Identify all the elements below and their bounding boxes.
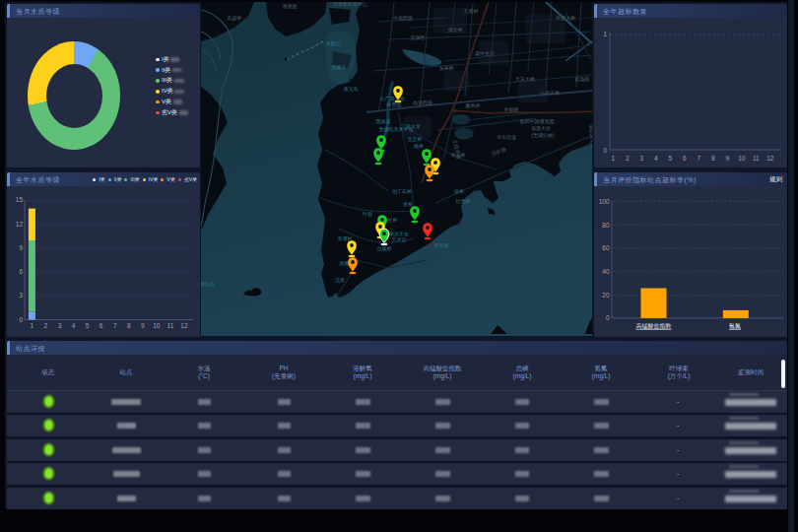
svg-text:2: 2 <box>626 155 630 162</box>
svg-text:20: 20 <box>602 292 610 299</box>
svg-text:渔父岛: 渔父岛 <box>201 281 215 288</box>
svg-text:石皮桥: 石皮桥 <box>228 15 242 22</box>
svg-text:西施庄: 西施庄 <box>332 64 347 71</box>
svg-text:6: 6 <box>683 155 687 162</box>
svg-text:11: 11 <box>753 155 760 162</box>
svg-text:吴都路: 吴都路 <box>504 106 519 113</box>
svg-text:高浪西路: 高浪西路 <box>413 100 432 106</box>
svg-text:100: 100 <box>599 198 610 205</box>
svg-text:3: 3 <box>639 155 643 162</box>
svg-text:沈家: 沈家 <box>335 277 345 284</box>
svg-text:东绛桥: 东绛桥 <box>439 65 454 71</box>
svg-text:2: 2 <box>44 322 48 329</box>
svg-text:4: 4 <box>654 155 658 162</box>
svg-text:古杨桥: 古杨桥 <box>377 245 392 252</box>
svg-text:中南西路: 中南西路 <box>393 15 413 22</box>
svg-text:青桥: 青桥 <box>403 201 413 207</box>
svg-text:12: 12 <box>180 322 188 329</box>
svg-text:15: 15 <box>16 196 24 203</box>
svg-text:80: 80 <box>602 222 610 229</box>
svg-text:北定桥: 北定桥 <box>408 136 423 143</box>
svg-text:氨氮: 氨氮 <box>729 322 741 329</box>
svg-text:5: 5 <box>668 155 672 162</box>
svg-text:10: 10 <box>153 322 161 329</box>
svg-text:8: 8 <box>127 322 131 329</box>
svg-text:1: 1 <box>611 155 615 162</box>
svg-text:0: 0 <box>19 316 23 323</box>
svg-text:无锡程及美术馆: 无锡程及美术馆 <box>379 126 414 133</box>
svg-text:华清大桥: 华清大桥 <box>556 15 575 22</box>
svg-text:1: 1 <box>603 31 607 37</box>
svg-text:7: 7 <box>697 155 700 162</box>
svg-text:高锰酸盐指数: 高锰酸盐指数 <box>636 322 672 330</box>
svg-text:6: 6 <box>100 322 103 329</box>
svg-text:园润居: 园润居 <box>376 118 391 125</box>
svg-text:0: 0 <box>606 314 610 321</box>
svg-text:3: 3 <box>19 292 23 299</box>
svg-text:11: 11 <box>167 322 174 329</box>
svg-text:华庄街道: 华庄街道 <box>497 134 516 141</box>
svg-text:9: 9 <box>141 322 145 329</box>
svg-text:清名桥: 清名桥 <box>448 27 463 33</box>
svg-text:40: 40 <box>602 268 610 275</box>
svg-text:0: 0 <box>603 147 607 154</box>
svg-text:渔港路: 渔港路 <box>283 3 298 10</box>
svg-text:伯丁石桥: 伯丁石桥 <box>392 188 412 195</box>
svg-text:9: 9 <box>725 155 729 162</box>
svg-text:机场路: 机场路 <box>575 76 590 83</box>
svg-text:3: 3 <box>58 322 62 329</box>
svg-text:(无锡分校): (无锡分校) <box>531 132 555 139</box>
svg-text:60: 60 <box>602 244 610 251</box>
svg-text:小旦庄桥: 小旦庄桥 <box>540 90 560 96</box>
svg-text:4: 4 <box>72 322 76 329</box>
svg-text:10: 10 <box>738 155 746 162</box>
svg-text:12: 12 <box>766 155 774 162</box>
svg-text:9: 9 <box>19 244 23 251</box>
svg-text:滨湖区: 滨湖区 <box>411 34 426 41</box>
svg-text:6: 6 <box>19 268 23 275</box>
svg-text:12: 12 <box>16 221 24 228</box>
svg-text:7: 7 <box>113 322 117 329</box>
svg-text:张桥: 张桥 <box>454 188 464 195</box>
svg-text:格桥: 格桥 <box>413 143 424 150</box>
svg-text:艺术宫: 艺术宫 <box>392 236 407 242</box>
svg-text:五里村: 五里村 <box>464 8 479 15</box>
svg-text:天安大桥: 天安大桥 <box>515 76 535 82</box>
svg-text:8: 8 <box>711 155 715 162</box>
svg-text:东港大学: 东港大学 <box>531 125 551 132</box>
svg-text:1: 1 <box>31 322 34 329</box>
svg-text:5: 5 <box>86 322 90 329</box>
svg-text:叶巷: 叶巷 <box>363 211 372 217</box>
svg-text:炼和中国博览园: 炼和中国博览园 <box>520 118 555 125</box>
svg-text:薛家里: 薛家里 <box>434 242 449 248</box>
svg-text:惠风桥: 惠风桥 <box>465 102 481 108</box>
svg-text:渔父岛: 渔父岛 <box>344 86 359 93</box>
svg-text:社理桥: 社理桥 <box>456 198 471 204</box>
svg-text:大箕山: 大箕山 <box>326 40 341 46</box>
svg-text:梁中北交: 梁中北交 <box>475 50 495 57</box>
